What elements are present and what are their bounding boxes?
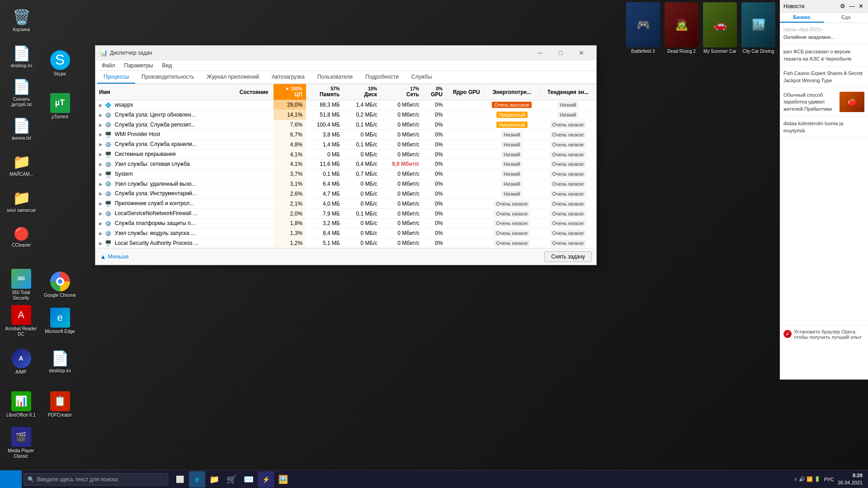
taskbar-app1-button[interactable]: ⚡: [258, 471, 274, 488]
tab-services[interactable]: Службы: [405, 71, 438, 84]
tab-processes[interactable]: Процессы: [97, 71, 135, 84]
expand-arrow[interactable]: ▶: [99, 231, 104, 236]
table-row[interactable]: ▶ ⚙️ Служба узла: Служба репозит... 7,6%…: [95, 120, 596, 130]
desktop-icon-ccleaner[interactable]: 🔴 CCleaner: [2, 219, 41, 255]
desktop-icon-chrome[interactable]: Google Chrome: [41, 267, 79, 303]
table-row[interactable]: ▶ ⚙️ Служба узла: Служба хранили... 4,8%…: [95, 140, 596, 150]
table-row[interactable]: ▶ ⚙️ Узел службы: модуль запуска ... 1,3…: [95, 228, 596, 238]
expand-arrow[interactable]: ▶: [99, 103, 104, 108]
desktop-icon-desktop-ini-2[interactable]: 📄 desktop.ini: [41, 343, 79, 380]
table-row[interactable]: ▶ ⚙️ Служба узла: Центр обновлен... 14,1…: [95, 110, 596, 120]
desktop-icon-media-player[interactable]: 🎬 Media Player Classic: [2, 425, 40, 461]
desktop-icon-battlefield3[interactable]: 🎮 Battlefield 3: [624, 0, 662, 59]
collapse-button[interactable]: ▲ Меньше: [100, 253, 129, 260]
col-header-net[interactable]: 17% Сеть: [381, 84, 423, 100]
col-header-energy[interactable]: Энергопотре...: [484, 84, 540, 100]
table-row[interactable]: ▶ 🖥️ System 3,7% 0,1 МБ 0,7 МБ/с 0 Мбит/…: [95, 169, 596, 179]
window-minimize-button[interactable]: ─: [529, 46, 550, 60]
table-row[interactable]: ▶ ⚙️ Служба узла: Инструментарий... 2,6%…: [95, 189, 596, 199]
expand-arrow[interactable]: ▶: [99, 241, 104, 246]
table-row[interactable]: ▶ 💠 wsappx 29,0% 88,3 МБ 1,4 МБ/с 0 Мбит…: [95, 100, 596, 110]
col-header-cpu[interactable]: ▼ 100% ЦП: [274, 84, 306, 100]
table-row[interactable]: ▶ 🖥️ WMI Provider Host 6,7% 3,8 МБ 0 МБ/…: [95, 130, 596, 140]
desktop-icon-skype[interactable]: S Skype: [41, 45, 79, 81]
desktop-icon-360security[interactable]: 360 360 Total Security: [2, 267, 40, 303]
expand-arrow[interactable]: ▶: [99, 211, 104, 216]
news-tab-business[interactable]: Бизнес: [780, 13, 824, 23]
desktop-icon-edge[interactable]: e Microsoft Edge: [41, 303, 79, 339]
table-row[interactable]: ▶ ⚙️ Узел службы: удаленный вызо... 3,1%…: [95, 179, 596, 189]
taskbar-explorer-button[interactable]: 📁: [206, 471, 222, 488]
news-item-4[interactable]: distaa kolesterolin luonia ja muуtymiä: [780, 117, 868, 138]
menu-view[interactable]: Вид: [157, 61, 176, 70]
col-header-name[interactable]: Имя: [95, 84, 236, 100]
desktop-icon-city-car-driving[interactable]: 🏙️ City Car Driving: [739, 0, 778, 59]
desktop-icon-acrobat[interactable]: A Acrobat Reader DC: [2, 303, 40, 339]
tab-startup[interactable]: Автозагрузка: [265, 71, 311, 84]
expand-arrow[interactable]: ▶: [99, 221, 104, 226]
cell-gpucore: [446, 130, 484, 140]
tab-app-history[interactable]: Журнал приложений: [201, 71, 265, 84]
table-row[interactable]: ▶ ⚙️ Служба платформы защиты п... 1,8% 3…: [95, 218, 596, 228]
end-task-button[interactable]: Снять задачу: [544, 251, 592, 262]
expand-arrow[interactable]: ▶: [99, 122, 104, 127]
desktop-icon-download[interactable]: 📄 Скачать дктрр6.txt: [2, 75, 41, 111]
expand-arrow[interactable]: ▶: [99, 142, 104, 147]
expand-arrow[interactable]: ▶: [99, 201, 104, 206]
taskbar-clock[interactable]: 8:29 26.04.2021: [838, 472, 863, 486]
news-close-button[interactable]: ✕: [858, 2, 864, 10]
news-minimize-button[interactable]: —: [848, 2, 856, 10]
tab-performance[interactable]: Производительность: [135, 71, 200, 84]
taskbar-mail-button[interactable]: ✉️: [241, 471, 257, 488]
taskbar-edge-button[interactable]: e: [189, 471, 205, 488]
table-row[interactable]: ▶ ⚙️ LocalServiceNoNetworkFirewall ... 2…: [95, 209, 596, 219]
desktop-icon-maycam[interactable]: 📁 МАЙCAM...: [2, 147, 41, 183]
desktop-icon-aimp[interactable]: A AIMP: [2, 343, 40, 380]
news-tab-food[interactable]: Еда: [824, 13, 868, 23]
col-header-gpu[interactable]: 0% GPU: [423, 84, 447, 100]
desktop-icon-recycle-bin[interactable]: 🗑️ Корзина: [2, 2, 41, 38]
window-maximize-button[interactable]: □: [550, 46, 571, 60]
expand-arrow[interactable]: ▶: [99, 172, 104, 177]
desktop-icon-viona[interactable]: 📄 выона.txt: [2, 111, 41, 147]
news-item-3[interactable]: Обычный способ заработка удивил жителей …: [780, 88, 868, 117]
opera-banner[interactable]: ✓ Установите браузер Opera, чтобы получи…: [780, 325, 868, 343]
desktop-icon-libreoffice[interactable]: 📊 LibreOffice 6.1: [2, 386, 40, 422]
expand-arrow[interactable]: ▶: [99, 191, 104, 196]
menu-parameters[interactable]: Параметры: [120, 61, 158, 70]
start-button[interactable]: [0, 470, 22, 488]
table-row[interactable]: ▶ 🖥️ Local Security Authority Process ..…: [95, 238, 596, 248]
col-header-gpucore[interactable]: Ядро GPU: [446, 84, 484, 100]
expand-arrow[interactable]: ▶: [99, 162, 104, 167]
desktop-icon-dead-rising2[interactable]: 🧟 Dead Rising 2: [662, 0, 701, 59]
taskbar-task-view-button[interactable]: ⬜: [172, 471, 188, 488]
expand-arrow[interactable]: ▶: [99, 152, 104, 157]
desktop-icon-my-summer-car[interactable]: 🚗 My Summer Car: [701, 0, 739, 59]
col-header-status[interactable]: Состояние: [236, 84, 273, 100]
expand-arrow[interactable]: ▶: [99, 132, 104, 137]
expand-arrow[interactable]: ▶: [99, 113, 104, 117]
news-item-1[interactable]: рал ФСБ рассказал о версии теракта на АЭ…: [780, 45, 868, 66]
news-item-0[interactable]: призы «Ара-2021». Онлайние академии...: [780, 23, 868, 45]
news-settings-button[interactable]: ⚙: [839, 2, 846, 10]
window-close-button[interactable]: ✕: [571, 46, 592, 60]
taskbar-search[interactable]: 🔍 Введите здесь текст для поиска: [24, 473, 168, 486]
news-item-2[interactable]: Fish Casino Expert Shares A Secret Jackp…: [780, 66, 868, 88]
process-table-wrapper[interactable]: Имя Состояние ▼ 100% ЦП 57% Память 10%: [95, 84, 596, 248]
desktop-icon-utorrent[interactable]: µT µTorrent: [41, 88, 79, 124]
desktop-icon-desktop-ini-1[interactable]: 📄 desktop.ini: [2, 38, 41, 75]
desktop-icon-pdfcreator[interactable]: 📋 PDFCreator: [41, 386, 79, 422]
col-header-disk[interactable]: 10% Диск: [344, 84, 381, 100]
taskbar-store-button[interactable]: 🛒: [223, 471, 240, 488]
desktop-icon-seivi[interactable]: 📁 seivi samercar: [2, 183, 41, 219]
tab-users[interactable]: Пользователи: [311, 71, 359, 84]
table-row[interactable]: ▶ 🖥️ Приложение служб и контрол... 2,1% …: [95, 199, 596, 209]
tab-details[interactable]: Подробности: [359, 71, 405, 84]
taskbar-app2-button[interactable]: 🖼️: [275, 471, 291, 488]
expand-arrow[interactable]: ▶: [99, 182, 104, 187]
menu-file[interactable]: Файл: [97, 61, 120, 70]
table-row[interactable]: ▶ 🖥️ Системные прерывания 4,1% 0 МБ 0 МБ…: [95, 150, 596, 160]
table-row[interactable]: ▶ ⚙️ Узел службы: сетевая служба 4,1% 11…: [95, 159, 596, 169]
col-header-mem[interactable]: 57% Память: [306, 84, 344, 100]
col-header-energy-trend[interactable]: Тенденция эн...: [540, 84, 596, 100]
